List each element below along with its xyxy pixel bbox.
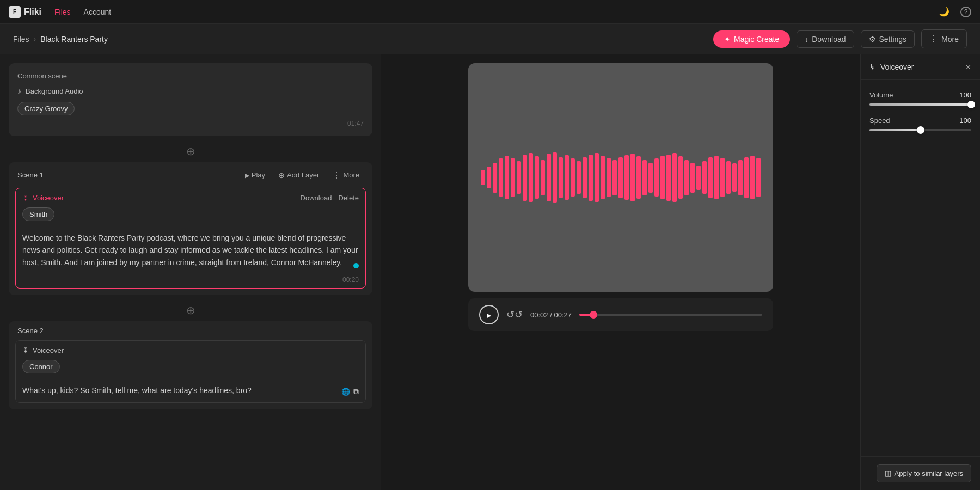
help-button[interactable]: ?: [960, 7, 971, 17]
scene1-title: Scene 1: [17, 171, 44, 179]
scene1-play-button[interactable]: Play: [241, 169, 270, 181]
top-navigation: F Fliki Files Account ?: [0, 0, 980, 24]
mic-icon-2: 🎙: [22, 346, 29, 354]
scene2-voiceover-label: 🎙 Voiceover: [22, 346, 64, 354]
magic-create-label: Magic Create: [734, 35, 779, 44]
scene2-voiceover-text[interactable]: What's up, kids? So Smith, tell me, what…: [16, 379, 365, 402]
voiceover-panel-header: 🎙 Voiceover: [861, 54, 980, 80]
scene2-icons: [341, 385, 359, 398]
play-icon: [245, 171, 249, 179]
settings-icon: [869, 35, 876, 44]
download-label: Download: [812, 35, 846, 44]
breadcrumb-bar: Files › Black Ranters Party Magic Create…: [0, 24, 980, 54]
scene1-voiceover-time: 00:20: [16, 274, 365, 288]
apply-label: Apply to similar layers: [895, 469, 963, 477]
audio-label: Background Audio: [26, 87, 83, 95]
voiceover-panel-body: Volume 100 Speed 100: [861, 80, 980, 456]
settings-label: Settings: [879, 35, 907, 44]
speed-label: Speed: [869, 117, 890, 125]
scene1-play-label: Play: [252, 171, 265, 179]
apply-to-similar-button[interactable]: ◫ Apply to similar layers: [877, 464, 971, 482]
scene1-voiceover-header: 🎙 Voiceover Download Delete: [16, 188, 365, 207]
scene1-more-button[interactable]: More: [328, 168, 364, 182]
scene1-more-label: More: [343, 171, 359, 179]
nav-right-actions: ?: [939, 6, 971, 17]
speed-value: 100: [959, 117, 971, 125]
progress-bar[interactable]: [579, 314, 762, 316]
more-label: More: [941, 35, 959, 44]
voiceover-panel-footer: ◫ Apply to similar layers: [861, 456, 980, 490]
center-panel: ↺ 00:02 / 00:27: [381, 54, 860, 490]
volume-control-row: Volume 100: [869, 91, 971, 99]
mic-icon: 🎙: [22, 194, 29, 202]
scene1-voiceover-layer: 🎙 Voiceover Download Delete Smith Welcom…: [15, 188, 366, 289]
common-scene-title: Common scene: [17, 72, 364, 80]
current-time: 00:02: [530, 311, 548, 319]
app-name: Fliki: [24, 7, 41, 17]
globe-icon: [341, 385, 350, 398]
volume-value: 100: [959, 91, 971, 99]
layer-icon: ◫: [885, 469, 891, 477]
breadcrumb-current: Black Ranters Party: [40, 35, 108, 44]
playback-bar: ↺ 00:02 / 00:27: [468, 298, 773, 331]
volume-label: Volume: [869, 91, 893, 99]
app-logo[interactable]: F Fliki: [9, 6, 41, 18]
speed-control-row: Speed 100: [869, 117, 971, 125]
add-icon-2: ⊕: [186, 304, 195, 317]
scene2-voice-badge[interactable]: Connor: [22, 360, 60, 373]
voiceover-panel-title: 🎙 Voiceover: [869, 63, 961, 71]
nav-files[interactable]: Files: [54, 8, 71, 16]
common-scene-card: Common scene Background Audio Crazy Groo…: [9, 63, 372, 136]
nav-account[interactable]: Account: [84, 8, 112, 16]
scene2-voiceover-header: 🎙 Voiceover: [16, 341, 365, 360]
speed-slider-fill: [869, 129, 921, 131]
dark-mode-toggle[interactable]: [939, 6, 950, 17]
magic-icon: [724, 35, 731, 44]
scene1-header: Scene 1 Play Add Layer More: [9, 162, 372, 188]
voiceover-download-button[interactable]: Download: [301, 194, 332, 202]
add-scene-button-1[interactable]: ⊕: [9, 140, 372, 162]
magic-create-button[interactable]: Magic Create: [713, 30, 790, 48]
voiceover-delete-button[interactable]: Delete: [338, 194, 359, 202]
replay-icon: ↺: [506, 309, 523, 320]
speed-slider[interactable]: [869, 129, 971, 131]
scene1-card: Scene 1 Play Add Layer More: [9, 162, 372, 295]
help-icon: ?: [960, 7, 971, 17]
add-scene-button-2[interactable]: ⊕: [9, 299, 372, 321]
scene1-more-icon: [332, 170, 341, 180]
add-icon-1: ⊕: [186, 145, 195, 158]
right-panel: 🎙 Voiceover Volume 100 Speed 100: [860, 54, 980, 490]
scene2-header: Scene 2: [9, 321, 372, 340]
logo-icon: F: [9, 6, 21, 18]
scene1-add-layer-button[interactable]: Add Layer: [274, 169, 323, 182]
scene2-card: Scene 2 🎙 Voiceover Connor What's up, ki…: [9, 321, 372, 409]
more-button[interactable]: More: [921, 29, 967, 48]
settings-button[interactable]: Settings: [861, 30, 915, 48]
scene1-voice-badge[interactable]: Smith: [22, 207, 54, 221]
scene1-add-layer-label: Add Layer: [287, 171, 319, 179]
breadcrumb-separator: ›: [34, 35, 36, 44]
music-icon: [17, 87, 21, 95]
breadcrumb-files[interactable]: Files: [13, 35, 29, 44]
play-pause-button[interactable]: [479, 305, 499, 324]
scene1-voiceover-text[interactable]: Welcome to the Black Ranters Party podca…: [16, 226, 365, 274]
progress-thumb: [590, 311, 597, 318]
common-scene-duration: 01:47: [17, 120, 364, 127]
voiceover-panel-close[interactable]: [965, 62, 971, 72]
voiceover-indicator: [353, 263, 359, 268]
breadcrumb-actions: Magic Create Download Settings More: [713, 29, 967, 48]
replay-button[interactable]: ↺: [506, 309, 523, 321]
total-time: 00:27: [554, 311, 572, 319]
copy-icon: [353, 385, 359, 398]
main-layout: Common scene Background Audio Crazy Groo…: [0, 54, 980, 490]
download-button[interactable]: Download: [797, 30, 854, 48]
scene2-title: Scene 2: [17, 327, 44, 335]
moon-icon: [939, 6, 950, 17]
background-audio-row: Background Audio: [17, 87, 364, 95]
speed-slider-thumb: [917, 126, 924, 134]
scene1-actions: Play Add Layer More: [241, 168, 364, 182]
more-dots-icon: [929, 34, 938, 44]
volume-slider[interactable]: [869, 103, 971, 106]
audio-track-badge[interactable]: Crazy Groovy: [17, 102, 75, 115]
preview-area: [468, 63, 773, 292]
